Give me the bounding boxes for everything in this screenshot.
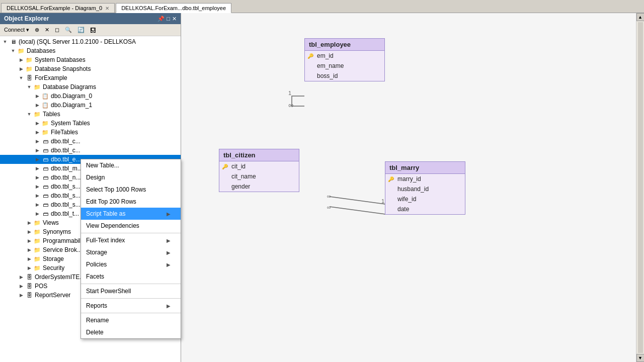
tree-expander-sys_tables[interactable]: ▶ [33,119,41,127]
tree-expander-db_snapshots[interactable]: ▶ [17,65,25,73]
ctx-item-delete[interactable]: Delete [81,326,181,338]
tree-expander-storage[interactable]: ▶ [25,255,33,263]
refresh-button[interactable]: 🔄 [75,26,87,34]
tree-expander-service_broker[interactable]: ▶ [25,246,33,254]
tree-expander-programmability[interactable]: ▶ [25,237,33,245]
pin-button[interactable]: 📌 [157,16,165,22]
table-box-tbl_employee[interactable]: tbl_employeeem_idem_nameboss_id [304,38,385,81]
ctx-item-policies[interactable]: Policies▶ [81,258,181,270]
ctx-item-fulltext-index[interactable]: Full-Text index▶ [81,234,181,246]
tree-item-db_snapshots[interactable]: ▶📁Database Snapshots [0,64,181,73]
ctx-item-design[interactable]: Design [81,171,181,184]
tree-expander-security[interactable]: ▶ [25,264,33,272]
tree-item-tables[interactable]: ▼📁Tables [0,110,181,119]
tree-expander-system_dbs[interactable]: ▶ [17,56,25,64]
ctx-item-start-powershell[interactable]: Start PowerShell [81,285,181,297]
tree-icon-folder: 📁 [33,237,41,245]
tree-icon-db: 🗄 [25,282,33,290]
tree-item-sys_tables[interactable]: ▶📁System Tables [0,119,181,128]
tree-expander-diagram1[interactable]: ▶ [33,101,41,109]
ctx-item-storage[interactable]: Storage▶ [81,246,181,258]
tree-expander-tbl_e[interactable]: ▶ [33,155,41,163]
tree-expander-tbl_t[interactable]: ▶ [33,210,41,218]
tree-item-databases[interactable]: ▼📁Databases [0,46,181,55]
tree-expander-tbl_n[interactable]: ▶ [33,173,41,182]
ctx-item-script-table-as[interactable]: Script Table as▶ [81,208,181,220]
tree-label-storage: Storage [43,255,64,262]
tree-icon-folder: 📁 [33,83,41,91]
tree-icon-db: 🗄 [25,291,33,299]
tree-expander-tables[interactable]: ▼ [25,110,33,118]
tree-expander-databases[interactable]: ▼ [9,47,17,55]
properties-button[interactable]: ◻ [53,26,61,34]
tree-item-tbl_c1[interactable]: ▶🗃dbo.tbl_c... [0,137,181,146]
tree-item-system_dbs[interactable]: ▶📁System Databases [0,55,181,64]
ctx-item-edit-top-200[interactable]: Edit Top 200 Rows [81,196,181,208]
tree-icon-table: 🗃 [41,192,49,200]
tab-employee-label: DELLKOSAL.ForExam...dbo.tbl_employee [121,5,226,11]
tree-icon-server: 🖥 [9,38,17,46]
ctx-label-storage: Storage [86,249,107,256]
table-box-tbl_citizen[interactable]: tbl_citizencit_idcit_namegender [219,149,299,192]
table-row-date: date [385,204,465,214]
tree-label-filetable: FileTables [51,129,78,136]
tree-expander-tbl_s2[interactable]: ▶ [33,192,41,200]
sync-button[interactable]: ⛾ [88,26,98,34]
close-panel-button[interactable]: ✕ [172,16,177,22]
scroll-thumb[interactable] [638,22,643,353]
tree-expander-ordersystem[interactable]: ▶ [17,273,25,281]
tree-item-tbl_c2[interactable]: ▶🗃dbo.tbl_c... [0,146,181,155]
tree-expander-server[interactable]: ▼ [1,38,9,46]
svg-text:∞: ∞ [288,101,293,109]
diagram-vscroll[interactable]: ▲ ▼ [636,13,644,362]
connect-button[interactable]: Connect ▾ [2,26,31,34]
maximize-button[interactable]: □ [167,16,170,22]
tree-item-forexample[interactable]: ▼🗄ForExample [0,73,181,82]
scroll-down-button[interactable]: ▼ [636,354,645,362]
filter-button[interactable]: 🔍 [63,26,74,34]
ctx-item-select-top-1000[interactable]: Select Top 1000 Rows [81,184,181,196]
tree-expander-views[interactable]: ▶ [25,219,33,227]
tree-expander-forexample[interactable]: ▼ [17,74,25,82]
tree-item-diagram1[interactable]: ▶📋dbo.Diagram_1 [0,101,181,110]
tree-expander-tbl_c1[interactable]: ▶ [33,137,41,145]
tree-expander-tbl_s3[interactable]: ▶ [33,201,41,209]
tree-expander-diagram0[interactable]: ▶ [33,92,41,100]
tree-item-server[interactable]: ▼🖥(local) (SQL Server 11.0.2100 - DELLKO… [0,37,181,46]
tree-expander-tbl_s1[interactable]: ▶ [33,183,41,191]
oe-toolbar: Connect ▾ ⊕ ✕ ◻ 🔍 🔄 ⛾ [0,24,181,36]
table-row-marry_id: marry_id [385,174,465,184]
submenu-arrow-policies: ▶ [167,262,171,267]
scroll-up-button[interactable]: ▲ [636,13,645,21]
tree-expander-pos[interactable]: ▶ [17,282,25,290]
tree-icon-table: 🗃 [41,201,49,209]
tab-diagram-close[interactable]: ✕ [105,6,109,11]
ctx-separator [81,233,181,233]
tree-item-diagram0[interactable]: ▶📋dbo.Diagram_0 [0,92,181,101]
submenu-arrow-reports: ▶ [167,303,171,309]
tree-expander-db_diagrams[interactable]: ▼ [25,83,33,91]
tree-label-server: (local) (SQL Server 11.0.2100 - DELLKOSA [19,38,136,45]
tree-expander-tbl_m[interactable]: ▶ [33,164,41,172]
svg-text:1: 1 [288,90,291,96]
tab-employee[interactable]: DELLKOSAL.ForExam...dbo.tbl_employee [116,3,231,13]
add-button[interactable]: ⊕ [33,26,41,34]
tree-expander-synonyms[interactable]: ▶ [25,228,33,236]
ctx-item-view-dependencies[interactable]: View Dependencies [81,220,181,232]
ctx-item-new-table[interactable]: New Table... [81,159,181,171]
tree-expander-tbl_c2[interactable]: ▶ [33,146,41,154]
tree-expander-reportserver[interactable]: ▶ [17,291,25,299]
ctx-item-reports[interactable]: Reports▶ [81,300,181,312]
submenu-arrow-storage: ▶ [167,250,171,255]
ctx-separator [81,284,181,284]
table-box-tbl_marry[interactable]: tbl_marrymarry_idhusband_idwife_iddate [385,161,465,215]
tree-item-filetable[interactable]: ▶📁FileTables [0,128,181,137]
diagram-area[interactable]: ∞ 1 ∞ 1 ∞ ▲ ▼ tbl_employeeem_idem_namebo… [181,13,644,362]
ctx-item-facets[interactable]: Facets [81,270,181,283]
remove-button[interactable]: ✕ [43,26,51,34]
tab-diagram[interactable]: DELLKOSAL.ForExample - Diagram_0 ✕ [1,3,115,13]
tree-expander-filetable[interactable]: ▶ [33,128,41,136]
tree-icon-table: 🗃 [41,155,49,163]
tree-item-db_diagrams[interactable]: ▼📁Database Diagrams [0,82,181,92]
ctx-item-rename[interactable]: Rename [81,314,181,326]
